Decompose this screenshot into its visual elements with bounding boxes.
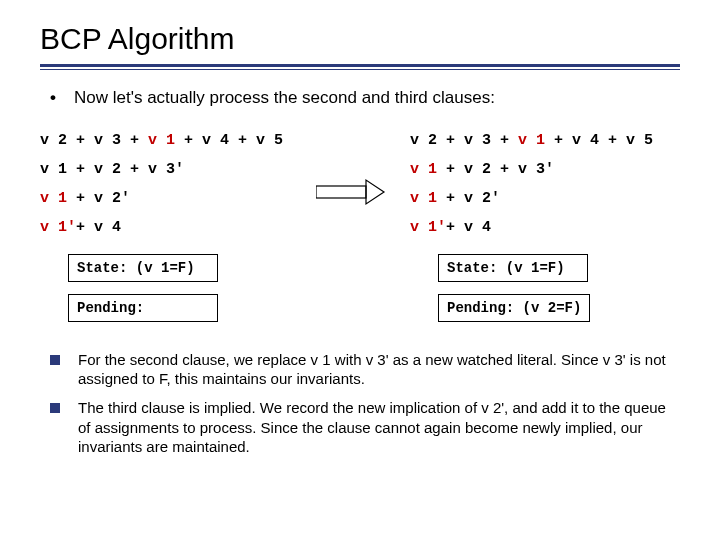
clause-4-red: v 1' <box>40 219 76 236</box>
left-column: v 2 + v 3 + v 1 + v 4 + v 5 v 1 + v 2 + … <box>40 132 340 328</box>
arrow-icon <box>316 178 386 210</box>
clause-1-a: v 2 + v 3 + <box>410 132 518 149</box>
square-bullet-icon <box>50 403 60 413</box>
footer-row-1: For the second clause, we replace v 1 wi… <box>50 350 680 388</box>
clause-3: v 1 + v 2' <box>410 190 710 207</box>
footer-text-2: The third clause is implied. We record t… <box>78 398 680 456</box>
clause-4-b: + v 4 <box>446 219 491 236</box>
clause-2-b: + v 2 + v 3' <box>437 161 554 178</box>
intro-row: • Now let's actually process the second … <box>50 88 720 108</box>
clause-4: v 1'+ v 4 <box>410 219 710 236</box>
clause-1-red: v 1 <box>148 132 175 149</box>
clause-3-red: v 1 <box>40 190 67 207</box>
columns: v 2 + v 3 + v 1 + v 4 + v 5 v 1 + v 2 + … <box>0 132 720 328</box>
clause-4-b: + v 4 <box>76 219 121 236</box>
square-bullet-icon <box>50 355 60 365</box>
clause-1-a: v 2 + v 3 + <box>40 132 148 149</box>
state-box-left: State: (v 1=F) <box>68 254 218 282</box>
clause-2: v 1 + v 2 + v 3' <box>410 161 710 178</box>
clause-2: v 1 + v 2 + v 3' <box>40 161 340 178</box>
clause-3-b: + v 2' <box>437 190 500 207</box>
slide-title: BCP Algorithm <box>40 22 720 56</box>
clause-3-red: v 1 <box>410 190 437 207</box>
footer-row-2: The third clause is implied. We record t… <box>50 398 680 456</box>
clause-3-b: + v 2' <box>67 190 130 207</box>
bullet-dot: • <box>50 88 74 108</box>
svg-rect-0 <box>316 186 366 198</box>
pending-box-left: Pending: <box>68 294 218 322</box>
clause-1: v 2 + v 3 + v 1 + v 4 + v 5 <box>40 132 340 149</box>
clause-1: v 2 + v 3 + v 1 + v 4 + v 5 <box>410 132 710 149</box>
clause-4: v 1'+ v 4 <box>40 219 340 236</box>
clause-4-red: v 1' <box>410 219 446 236</box>
title-underline <box>40 64 680 70</box>
right-column: v 2 + v 3 + v 1 + v 4 + v 5 v 1 + v 2 + … <box>410 132 710 328</box>
clause-1-red: v 1 <box>518 132 545 149</box>
footer-notes: For the second clause, we replace v 1 wi… <box>50 350 680 456</box>
clause-1-c: + v 4 + v 5 <box>175 132 283 149</box>
footer-text-1: For the second clause, we replace v 1 wi… <box>78 350 680 388</box>
clause-1-c: + v 4 + v 5 <box>545 132 653 149</box>
svg-marker-1 <box>366 180 384 204</box>
state-box-right: State: (v 1=F) <box>438 254 588 282</box>
pending-box-right: Pending: (v 2=F) <box>438 294 590 322</box>
clause-3: v 1 + v 2' <box>40 190 340 207</box>
clause-2-red: v 1 <box>410 161 437 178</box>
clause-2-a: v 1 + v 2 + v 3' <box>40 161 184 178</box>
intro-text: Now let's actually process the second an… <box>74 88 495 108</box>
